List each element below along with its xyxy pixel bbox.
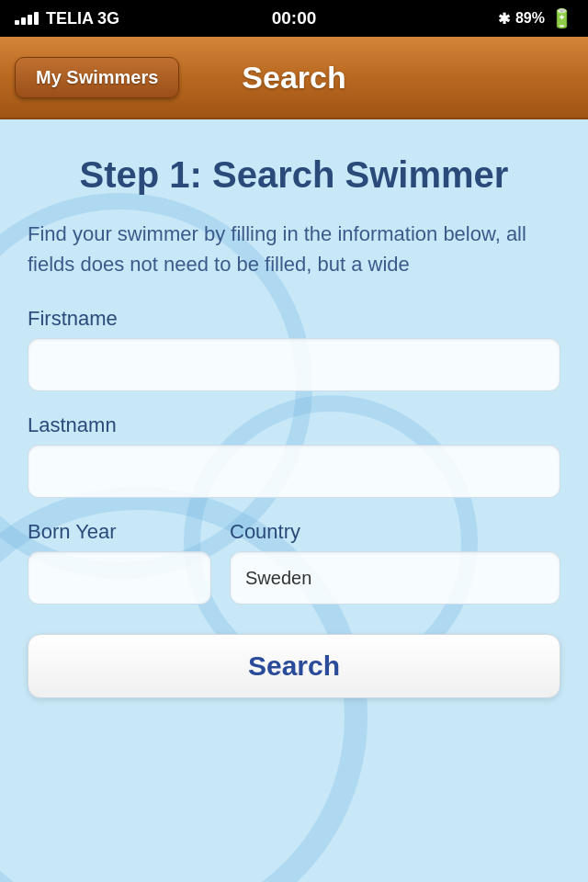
page-title: Step 1: Search Swimmer [28, 153, 560, 197]
search-button[interactable]: Search [28, 634, 560, 698]
born-country-row: Born Year Country [28, 520, 560, 605]
status-left: TELIA 3G [15, 9, 119, 28]
country-field-group: Country [230, 520, 560, 605]
carrier-label: TELIA [46, 9, 94, 28]
status-right: ✱ 89% 🔋 [498, 7, 573, 29]
battery-icon: 🔋 [550, 7, 573, 29]
status-bar: TELIA 3G 00:00 ✱ 89% 🔋 [0, 0, 588, 37]
network-label: 3G [97, 9, 119, 28]
back-button[interactable]: My Swimmers [15, 57, 179, 98]
firstname-label: Firstname [28, 307, 560, 331]
signal-bars [15, 12, 39, 25]
lastname-field-group: Lastnamn [28, 413, 560, 520]
born-year-input[interactable] [28, 551, 211, 605]
firstname-field-group: Firstname [28, 307, 560, 413]
born-year-field-group: Born Year [28, 520, 211, 605]
firstname-input[interactable] [28, 338, 560, 391]
page-description: Find your swimmer by filling in the info… [28, 219, 560, 279]
lastname-label: Lastnamn [28, 413, 560, 437]
lastname-input[interactable] [28, 445, 560, 498]
battery-label: 89% [515, 10, 545, 27]
country-label: Country [230, 520, 560, 544]
born-year-label: Born Year [28, 520, 211, 544]
country-input[interactable] [230, 551, 560, 605]
nav-title: Search [242, 60, 345, 96]
bluetooth-icon: ✱ [498, 10, 510, 28]
main-content: Step 1: Search Swimmer Find your swimmer… [0, 119, 588, 726]
nav-bar: My Swimmers Search [0, 37, 588, 119]
time-label: 00:00 [272, 8, 317, 28]
